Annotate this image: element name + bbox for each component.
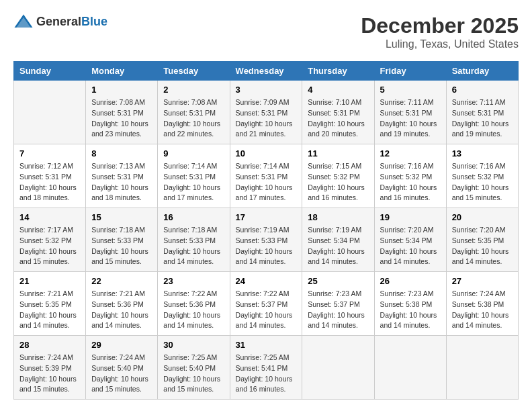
day-number: 27 — [452, 276, 513, 286]
day-number: 24 — [236, 276, 297, 286]
calendar-cell: 16Sunrise: 7:18 AM Sunset: 5:33 PM Dayli… — [158, 208, 230, 272]
calendar-cell: 20Sunrise: 7:20 AM Sunset: 5:35 PM Dayli… — [446, 208, 518, 272]
logo-icon — [13, 13, 34, 30]
calendar-cell: 14Sunrise: 7:17 AM Sunset: 5:32 PM Dayli… — [14, 208, 86, 272]
day-info: Sunrise: 7:14 AM Sunset: 5:31 PM Dayligh… — [163, 161, 224, 203]
day-info: Sunrise: 7:24 AM Sunset: 5:40 PM Dayligh… — [91, 353, 152, 395]
day-number: 2 — [163, 85, 224, 95]
location-title: Luling, Texas, United States — [361, 38, 519, 50]
day-info: Sunrise: 7:22 AM Sunset: 5:36 PM Dayligh… — [163, 289, 224, 331]
day-number: 15 — [91, 212, 152, 222]
col-header-saturday: Saturday — [446, 62, 518, 81]
week-row-4: 21Sunrise: 7:21 AM Sunset: 5:35 PM Dayli… — [14, 272, 519, 336]
day-number: 12 — [380, 148, 441, 158]
day-info: Sunrise: 7:13 AM Sunset: 5:31 PM Dayligh… — [91, 161, 152, 203]
calendar-cell: 19Sunrise: 7:20 AM Sunset: 5:34 PM Dayli… — [374, 208, 446, 272]
day-info: Sunrise: 7:25 AM Sunset: 5:41 PM Dayligh… — [236, 353, 297, 395]
day-number: 19 — [380, 212, 441, 222]
day-info: Sunrise: 7:24 AM Sunset: 5:38 PM Dayligh… — [452, 289, 513, 331]
calendar-cell: 6Sunrise: 7:11 AM Sunset: 5:31 PM Daylig… — [446, 81, 518, 144]
day-number: 3 — [236, 85, 297, 95]
day-number: 20 — [452, 212, 513, 222]
calendar-cell: 28Sunrise: 7:24 AM Sunset: 5:39 PM Dayli… — [14, 336, 86, 400]
day-info: Sunrise: 7:18 AM Sunset: 5:33 PM Dayligh… — [91, 225, 152, 267]
day-info: Sunrise: 7:25 AM Sunset: 5:40 PM Dayligh… — [163, 353, 224, 395]
day-info: Sunrise: 7:18 AM Sunset: 5:33 PM Dayligh… — [163, 225, 224, 267]
calendar-cell: 13Sunrise: 7:16 AM Sunset: 5:32 PM Dayli… — [446, 144, 518, 208]
day-number: 14 — [19, 212, 80, 222]
calendar-cell: 26Sunrise: 7:23 AM Sunset: 5:38 PM Dayli… — [374, 272, 446, 336]
logo-text: GeneralBlue — [36, 15, 107, 29]
day-number: 13 — [452, 148, 513, 158]
calendar-cell: 25Sunrise: 7:23 AM Sunset: 5:37 PM Dayli… — [302, 272, 374, 336]
calendar-cell: 1Sunrise: 7:08 AM Sunset: 5:31 PM Daylig… — [86, 81, 158, 144]
calendar-cell — [374, 336, 446, 400]
day-number: 22 — [91, 276, 152, 286]
calendar-cell: 9Sunrise: 7:14 AM Sunset: 5:31 PM Daylig… — [158, 144, 230, 208]
page-header: GeneralBlue December 2025 Luling, Texas,… — [13, 13, 519, 50]
week-row-3: 14Sunrise: 7:17 AM Sunset: 5:32 PM Dayli… — [14, 208, 519, 272]
day-info: Sunrise: 7:15 AM Sunset: 5:32 PM Dayligh… — [308, 161, 368, 203]
col-header-wednesday: Wednesday — [230, 62, 302, 81]
calendar-cell: 18Sunrise: 7:19 AM Sunset: 5:34 PM Dayli… — [302, 208, 374, 272]
day-info: Sunrise: 7:08 AM Sunset: 5:31 PM Dayligh… — [91, 97, 152, 140]
day-number: 26 — [380, 276, 441, 286]
day-number: 11 — [308, 148, 368, 158]
day-info: Sunrise: 7:22 AM Sunset: 5:37 PM Dayligh… — [236, 289, 297, 331]
calendar-cell: 24Sunrise: 7:22 AM Sunset: 5:37 PM Dayli… — [230, 272, 302, 336]
day-info: Sunrise: 7:23 AM Sunset: 5:37 PM Dayligh… — [308, 289, 368, 331]
col-header-sunday: Sunday — [14, 62, 86, 81]
calendar-cell: 30Sunrise: 7:25 AM Sunset: 5:40 PM Dayli… — [158, 336, 230, 400]
day-number: 29 — [91, 340, 152, 350]
day-number: 6 — [452, 85, 513, 95]
calendar-table: SundayMondayTuesdayWednesdayThursdayFrid… — [13, 61, 519, 400]
header-row: SundayMondayTuesdayWednesdayThursdayFrid… — [14, 62, 519, 81]
day-info: Sunrise: 7:09 AM Sunset: 5:31 PM Dayligh… — [236, 97, 297, 140]
day-info: Sunrise: 7:19 AM Sunset: 5:33 PM Dayligh… — [236, 225, 297, 267]
day-info: Sunrise: 7:20 AM Sunset: 5:34 PM Dayligh… — [380, 225, 441, 267]
day-number: 25 — [308, 276, 368, 286]
day-number: 4 — [308, 85, 368, 95]
calendar-cell — [302, 336, 374, 400]
day-number: 18 — [308, 212, 368, 222]
calendar-cell: 5Sunrise: 7:11 AM Sunset: 5:31 PM Daylig… — [374, 81, 446, 144]
logo: GeneralBlue — [13, 13, 107, 30]
calendar-cell: 10Sunrise: 7:14 AM Sunset: 5:31 PM Dayli… — [230, 144, 302, 208]
day-number: 7 — [19, 148, 80, 158]
calendar-cell: 12Sunrise: 7:16 AM Sunset: 5:32 PM Dayli… — [374, 144, 446, 208]
logo-blue: Blue — [81, 15, 107, 28]
calendar-cell: 8Sunrise: 7:13 AM Sunset: 5:31 PM Daylig… — [86, 144, 158, 208]
day-number: 1 — [91, 85, 152, 95]
day-info: Sunrise: 7:14 AM Sunset: 5:31 PM Dayligh… — [236, 161, 297, 203]
day-info: Sunrise: 7:23 AM Sunset: 5:38 PM Dayligh… — [380, 289, 441, 331]
calendar-cell: 11Sunrise: 7:15 AM Sunset: 5:32 PM Dayli… — [302, 144, 374, 208]
logo-general: General — [36, 15, 81, 28]
day-info: Sunrise: 7:08 AM Sunset: 5:31 PM Dayligh… — [163, 97, 224, 140]
calendar-cell — [14, 81, 86, 144]
calendar-cell: 4Sunrise: 7:10 AM Sunset: 5:31 PM Daylig… — [302, 81, 374, 144]
day-info: Sunrise: 7:21 AM Sunset: 5:35 PM Dayligh… — [19, 289, 80, 331]
week-row-1: 1Sunrise: 7:08 AM Sunset: 5:31 PM Daylig… — [14, 81, 519, 144]
day-number: 8 — [91, 148, 152, 158]
col-header-friday: Friday — [374, 62, 446, 81]
day-number: 10 — [236, 148, 297, 158]
calendar-cell: 31Sunrise: 7:25 AM Sunset: 5:41 PM Dayli… — [230, 336, 302, 400]
day-info: Sunrise: 7:11 AM Sunset: 5:31 PM Dayligh… — [452, 97, 513, 140]
title-block: December 2025 Luling, Texas, United Stat… — [361, 13, 519, 50]
day-info: Sunrise: 7:17 AM Sunset: 5:32 PM Dayligh… — [19, 225, 80, 267]
day-info: Sunrise: 7:16 AM Sunset: 5:32 PM Dayligh… — [380, 161, 441, 203]
day-number: 31 — [236, 340, 297, 350]
day-number: 30 — [163, 340, 224, 350]
day-number: 23 — [163, 276, 224, 286]
day-info: Sunrise: 7:19 AM Sunset: 5:34 PM Dayligh… — [308, 225, 368, 267]
calendar-cell: 29Sunrise: 7:24 AM Sunset: 5:40 PM Dayli… — [86, 336, 158, 400]
week-row-2: 7Sunrise: 7:12 AM Sunset: 5:31 PM Daylig… — [14, 144, 519, 208]
week-row-5: 28Sunrise: 7:24 AM Sunset: 5:39 PM Dayli… — [14, 336, 519, 400]
day-number: 28 — [19, 340, 80, 350]
month-title: December 2025 — [361, 13, 519, 38]
calendar-cell: 22Sunrise: 7:21 AM Sunset: 5:36 PM Dayli… — [86, 272, 158, 336]
calendar-cell: 21Sunrise: 7:21 AM Sunset: 5:35 PM Dayli… — [14, 272, 86, 336]
calendar-cell: 23Sunrise: 7:22 AM Sunset: 5:36 PM Dayli… — [158, 272, 230, 336]
day-info: Sunrise: 7:24 AM Sunset: 5:39 PM Dayligh… — [19, 353, 80, 395]
calendar-cell: 17Sunrise: 7:19 AM Sunset: 5:33 PM Dayli… — [230, 208, 302, 272]
